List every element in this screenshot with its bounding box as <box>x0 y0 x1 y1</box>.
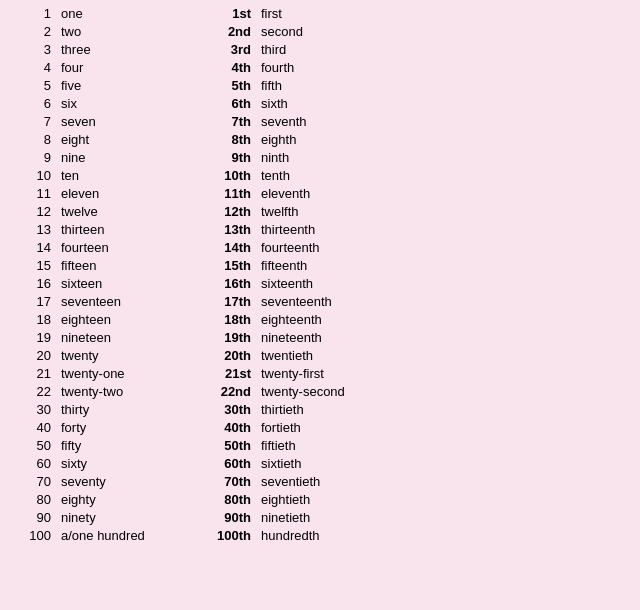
main-container: 1one1stfirst2two2ndsecond3three3rdthird4… <box>0 0 640 548</box>
ordinal-number-cell: 14th <box>195 238 255 256</box>
number-cell: 80 <box>10 490 55 508</box>
word-cell: four <box>55 58 195 76</box>
ordinal-number-cell: 30th <box>195 400 255 418</box>
number-cell: 5 <box>10 76 55 94</box>
number-cell: 70 <box>10 472 55 490</box>
word-cell: eleven <box>55 184 195 202</box>
word-cell: three <box>55 40 195 58</box>
word-cell: ten <box>55 166 195 184</box>
ordinal-word-cell: second <box>255 22 630 40</box>
table-row: 21twenty-one21sttwenty-first <box>10 364 630 382</box>
ordinal-word-cell: thirteenth <box>255 220 630 238</box>
table-row: 30thirty30ththirtieth <box>10 400 630 418</box>
number-cell: 7 <box>10 112 55 130</box>
number-cell: 17 <box>10 292 55 310</box>
ordinal-number-cell: 19th <box>195 328 255 346</box>
table-row: 12twelve12thtwelfth <box>10 202 630 220</box>
ordinal-word-cell: fourth <box>255 58 630 76</box>
ordinal-word-cell: twelfth <box>255 202 630 220</box>
ordinal-number-cell: 8th <box>195 130 255 148</box>
word-cell: one <box>55 4 195 22</box>
ordinal-word-cell: seventh <box>255 112 630 130</box>
word-cell: sixteen <box>55 274 195 292</box>
ordinal-number-cell: 1st <box>195 4 255 22</box>
ordinal-number-cell: 10th <box>195 166 255 184</box>
word-cell: forty <box>55 418 195 436</box>
word-cell: nineteen <box>55 328 195 346</box>
numbers-table: 1one1stfirst2two2ndsecond3three3rdthird4… <box>10 4 630 544</box>
table-row: 22twenty-two22ndtwenty-second <box>10 382 630 400</box>
number-cell: 60 <box>10 454 55 472</box>
word-cell: five <box>55 76 195 94</box>
number-cell: 100 <box>10 526 55 544</box>
table-row: 90ninety90thninetieth <box>10 508 630 526</box>
ordinal-number-cell: 3rd <box>195 40 255 58</box>
number-cell: 18 <box>10 310 55 328</box>
ordinal-word-cell: twentieth <box>255 346 630 364</box>
number-cell: 3 <box>10 40 55 58</box>
table-row: 16sixteen16thsixteenth <box>10 274 630 292</box>
word-cell: fifty <box>55 436 195 454</box>
ordinal-word-cell: fiftieth <box>255 436 630 454</box>
number-cell: 14 <box>10 238 55 256</box>
table-row: 50fifty50thfiftieth <box>10 436 630 454</box>
ordinal-word-cell: twenty-first <box>255 364 630 382</box>
number-cell: 11 <box>10 184 55 202</box>
ordinal-word-cell: fifteenth <box>255 256 630 274</box>
ordinal-number-cell: 16th <box>195 274 255 292</box>
table-row: 5five5thfifth <box>10 76 630 94</box>
ordinal-number-cell: 7th <box>195 112 255 130</box>
table-row: 8eight8theighth <box>10 130 630 148</box>
ordinal-number-cell: 18th <box>195 310 255 328</box>
number-cell: 15 <box>10 256 55 274</box>
table-row: 4four4thfourth <box>10 58 630 76</box>
ordinal-number-cell: 9th <box>195 148 255 166</box>
number-cell: 50 <box>10 436 55 454</box>
number-cell: 40 <box>10 418 55 436</box>
table-row: 11eleven11theleventh <box>10 184 630 202</box>
table-row: 7seven7thseventh <box>10 112 630 130</box>
table-row: 40forty40thfortieth <box>10 418 630 436</box>
word-cell: sixty <box>55 454 195 472</box>
table-row: 1one1stfirst <box>10 4 630 22</box>
ordinal-number-cell: 70th <box>195 472 255 490</box>
ordinal-number-cell: 11th <box>195 184 255 202</box>
word-cell: fourteen <box>55 238 195 256</box>
number-cell: 90 <box>10 508 55 526</box>
ordinal-number-cell: 22nd <box>195 382 255 400</box>
ordinal-number-cell: 13th <box>195 220 255 238</box>
ordinal-number-cell: 2nd <box>195 22 255 40</box>
number-cell: 6 <box>10 94 55 112</box>
table-row: 70seventy70thseventieth <box>10 472 630 490</box>
number-cell: 8 <box>10 130 55 148</box>
word-cell: eighty <box>55 490 195 508</box>
number-cell: 13 <box>10 220 55 238</box>
ordinal-word-cell: ninetieth <box>255 508 630 526</box>
ordinal-word-cell: fourteenth <box>255 238 630 256</box>
ordinal-number-cell: 6th <box>195 94 255 112</box>
ordinal-number-cell: 100th <box>195 526 255 544</box>
ordinal-number-cell: 4th <box>195 58 255 76</box>
ordinal-number-cell: 50th <box>195 436 255 454</box>
ordinal-word-cell: eleventh <box>255 184 630 202</box>
ordinal-number-cell: 15th <box>195 256 255 274</box>
ordinal-number-cell: 40th <box>195 418 255 436</box>
ordinal-word-cell: thirtieth <box>255 400 630 418</box>
word-cell: twenty-one <box>55 364 195 382</box>
ordinal-word-cell: eighth <box>255 130 630 148</box>
ordinal-word-cell: eighteenth <box>255 310 630 328</box>
number-cell: 21 <box>10 364 55 382</box>
ordinal-word-cell: third <box>255 40 630 58</box>
number-cell: 19 <box>10 328 55 346</box>
number-cell: 9 <box>10 148 55 166</box>
number-cell: 1 <box>10 4 55 22</box>
word-cell: twenty-two <box>55 382 195 400</box>
number-cell: 30 <box>10 400 55 418</box>
ordinal-number-cell: 20th <box>195 346 255 364</box>
table-row: 15fifteen15thfifteenth <box>10 256 630 274</box>
number-cell: 22 <box>10 382 55 400</box>
word-cell: nine <box>55 148 195 166</box>
word-cell: eight <box>55 130 195 148</box>
ordinal-word-cell: sixth <box>255 94 630 112</box>
word-cell: seventeen <box>55 292 195 310</box>
